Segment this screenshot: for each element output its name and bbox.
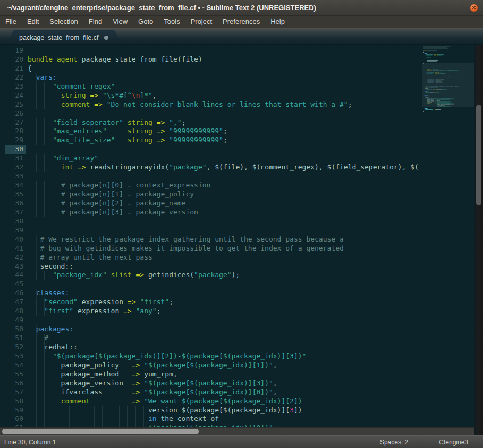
- code-line-26: 26: [0, 109, 422, 118]
- code-line-51: 51 #: [0, 334, 422, 343]
- line-number: 38: [5, 217, 26, 226]
- horizontal-scrollbar[interactable]: [0, 427, 474, 435]
- code-line-48: 48 "first" expression => "any";: [0, 307, 422, 316]
- menu-item-view[interactable]: View: [107, 16, 133, 28]
- code-line-61: 61 $(package[$(package_idx)][0])": [0, 424, 422, 427]
- code-line-52: 52 redhat::: [0, 343, 422, 352]
- line-number: 44: [5, 271, 26, 280]
- minimap[interactable]: bundle agent package_state_from_file(fil…: [422, 45, 474, 427]
- line-number: 60: [5, 415, 26, 424]
- line-number: 57: [5, 388, 26, 397]
- code-line-19: 19: [0, 46, 422, 55]
- line-number: 42: [5, 253, 26, 262]
- line-number: 24: [5, 91, 26, 100]
- code-line-45: 45: [0, 280, 422, 289]
- line-number: 53: [5, 352, 26, 361]
- code-line-50: 50 packages:: [0, 325, 422, 334]
- line-number: 36: [5, 199, 26, 208]
- line-number: 46: [5, 289, 26, 298]
- line-number: 61: [5, 424, 26, 427]
- status-bar: Line 30, Column 1 Spaces: 2 Cfengine3: [0, 435, 483, 448]
- close-icon[interactable]: ✕: [470, 4, 478, 12]
- code-line-58: 58 comment => "We want $(package[$(packa…: [0, 397, 422, 406]
- line-number: 35: [5, 190, 26, 199]
- line-number: 30: [5, 145, 26, 154]
- code-line-20: 20bundle agent package_state_from_file(f…: [0, 55, 422, 64]
- code-line-46: 46 classes:: [0, 289, 422, 298]
- code-line-28: 28 "max_entries" string => "99999999999"…: [0, 127, 422, 136]
- menu-item-selection[interactable]: Selection: [44, 16, 83, 28]
- menu-item-file[interactable]: File: [0, 16, 22, 28]
- code-line-30: 30: [0, 145, 422, 154]
- line-number: 34: [5, 181, 26, 190]
- code-line-53: 53 "$(package[$(package_idx)][2])-$(pack…: [0, 352, 422, 361]
- code-line-21: 21{: [0, 64, 422, 73]
- syntax-status[interactable]: Cfengine3: [439, 438, 468, 446]
- code-line-57: 57 ifvarclass => "$(package[$(package_id…: [0, 388, 422, 397]
- line-number: 26: [5, 109, 26, 118]
- line-number: 55: [5, 370, 26, 379]
- minimap-viewport-indicator[interactable]: [422, 63, 474, 107]
- sublime-text-window: ~/vagrant/cfengine_enterprise/package_st…: [0, 0, 483, 448]
- line-number: 29: [5, 136, 26, 145]
- vertical-scrollbar-thumb[interactable]: [476, 105, 481, 205]
- editor-area[interactable]: 1920bundle agent package_state_from_file…: [0, 45, 483, 435]
- title-bar[interactable]: ~/vagrant/cfengine_enterprise/package_st…: [0, 0, 483, 16]
- menu-item-find[interactable]: Find: [83, 16, 107, 28]
- menu-bar: FileEditSelectionFindViewGotoToolsProjec…: [0, 16, 483, 28]
- code-line-32: 32 int => readstringarrayidx("package", …: [0, 163, 422, 172]
- code-line-42: 42 # array until the next pass: [0, 253, 422, 262]
- line-number: 28: [5, 127, 26, 136]
- line-number: 20: [5, 55, 26, 64]
- window-title: ~/vagrant/cfengine_enterprise/package_st…: [7, 0, 316, 16]
- line-number: 37: [5, 208, 26, 217]
- line-number: 54: [5, 361, 26, 370]
- cursor-position-status: Line 30, Column 1: [0, 438, 56, 446]
- menu-item-help[interactable]: Help: [265, 16, 290, 28]
- tab-package-state-from-file[interactable]: package_state_from_file.cf: [5, 30, 122, 45]
- line-number: 33: [5, 172, 26, 181]
- code-line-44: 44 "package_idx" slist => getindices("pa…: [0, 271, 422, 280]
- tab-label: package_state_from_file.cf: [19, 34, 98, 41]
- line-number: 41: [5, 244, 26, 253]
- line-number: 59: [5, 406, 26, 415]
- menu-item-tools[interactable]: Tools: [158, 16, 185, 28]
- line-number: 51: [5, 334, 26, 343]
- menu-item-goto[interactable]: Goto: [133, 16, 158, 28]
- code-line-39: 39: [0, 226, 422, 235]
- code-line-29: 29 "max_file_size" string => "9999999999…: [0, 136, 422, 145]
- code-line-40: 40 # We restrict the package index gathe…: [0, 235, 422, 244]
- line-number: 22: [5, 73, 26, 82]
- code-line-60: 60 in the context of: [0, 415, 422, 424]
- line-number: 25: [5, 100, 26, 109]
- line-number: 43: [5, 262, 26, 271]
- code-line-41: 41 # bug with getindices makes it imposs…: [0, 244, 422, 253]
- code-line-24: 24 string => "\s*#[^\n]*",: [0, 91, 422, 100]
- code-view[interactable]: 1920bundle agent package_state_from_file…: [0, 45, 422, 427]
- code-line-54: 54 package_policy => "$(package[$(packag…: [0, 361, 422, 370]
- horizontal-scrollbar-thumb[interactable]: [2, 429, 199, 434]
- code-line-22: 22 vars:: [0, 73, 422, 82]
- line-number: 21: [5, 64, 26, 73]
- line-number: 27: [5, 118, 26, 127]
- line-number: 39: [5, 226, 26, 235]
- line-number: 56: [5, 379, 26, 388]
- menu-item-preferences[interactable]: Preferences: [217, 16, 265, 28]
- menu-item-edit[interactable]: Edit: [22, 16, 44, 28]
- line-number: 45: [5, 280, 26, 289]
- indentation-status[interactable]: Spaces: 2: [380, 438, 408, 446]
- line-number: 40: [5, 235, 26, 244]
- line-number: 31: [5, 154, 26, 163]
- code-line-25: 25 comment => "Do not consider blank lin…: [0, 100, 422, 109]
- code-line-33: 33: [0, 172, 422, 181]
- line-number: 50: [5, 325, 26, 334]
- code-line-49: 49: [0, 316, 422, 325]
- vertical-scrollbar[interactable]: [474, 45, 483, 435]
- line-number: 49: [5, 316, 26, 325]
- code-line-55: 55 package_method => yum_rpm,: [0, 370, 422, 379]
- menu-item-project[interactable]: Project: [185, 16, 217, 28]
- code-line-59: 59 version $(package[$(package_idx)][3]): [0, 406, 422, 415]
- code-line-47: 47 "second" expression => "first";: [0, 298, 422, 307]
- line-number: 23: [5, 82, 26, 91]
- code-line-27: 27 "field_seperator" string => ",";: [0, 118, 422, 127]
